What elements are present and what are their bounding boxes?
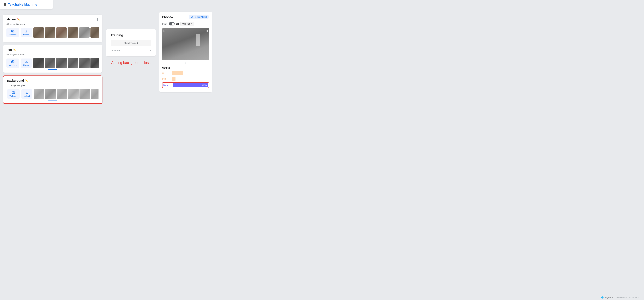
upload-btn-bg[interactable]: Upload bbox=[21, 89, 32, 99]
version-label: release-2-4-5 · 2.4.5#18d7c1 bbox=[616, 296, 640, 299]
thumbnail bbox=[57, 89, 67, 99]
edit-icon-marker[interactable]: ✏️ bbox=[17, 18, 20, 21]
class-actions-pen: Webcam Upload bbox=[6, 58, 99, 68]
footer: 🌐 English ∨ release-2-4-5 · 2.4.5#18d7c1 bbox=[598, 295, 644, 300]
toggle-on-label: ON bbox=[176, 23, 179, 25]
export-model-label: Export Model bbox=[195, 16, 207, 18]
toggle-container: ON bbox=[169, 22, 179, 25]
edit-icon-bg[interactable]: ✏️ bbox=[25, 79, 28, 82]
thumbnail bbox=[45, 89, 56, 99]
output-bar-container-bg: 100% bbox=[173, 83, 208, 87]
chevron-down-icon: ∨ bbox=[149, 49, 151, 52]
language-selector[interactable]: 🌐 English ∨ bbox=[601, 296, 613, 299]
thumbnail bbox=[91, 89, 98, 99]
camera-preview: ⊡ ⊞ bbox=[162, 28, 209, 60]
header: ☰ Teachable Machine bbox=[0, 0, 53, 9]
svg-point-1 bbox=[12, 31, 13, 32]
webcam-label: Webcam bbox=[182, 23, 190, 25]
thumbnail bbox=[68, 27, 78, 38]
svg-rect-6 bbox=[192, 17, 193, 18]
upload-btn-pen[interactable]: Upload bbox=[21, 58, 32, 68]
output-bar-marker bbox=[172, 71, 183, 75]
output-class-name-marker: Marker bbox=[162, 72, 170, 74]
thumbnail bbox=[80, 89, 90, 99]
upload-btn-marker[interactable]: Upload bbox=[21, 28, 32, 37]
svg-rect-0 bbox=[12, 30, 14, 32]
classes-column: Marker ✏️ ⋮ 59 Image Samples Webcam bbox=[3, 12, 102, 104]
class-actions-marker: Webcam Upload bbox=[6, 27, 99, 38]
input-toggle[interactable] bbox=[169, 22, 174, 25]
image-samples-pen bbox=[33, 58, 99, 68]
svg-rect-2 bbox=[12, 61, 14, 63]
class-header-marker: Marker ✏️ ⋮ bbox=[6, 17, 99, 21]
main-container: Marker ✏️ ⋮ 59 Image Samples Webcam bbox=[0, 0, 644, 300]
sample-count-marker: 59 Image Samples bbox=[6, 23, 99, 25]
split-view-icon[interactable]: ⊞ bbox=[206, 29, 208, 32]
thumbnail bbox=[90, 27, 99, 38]
train-button[interactable]: Model Trained bbox=[111, 40, 151, 46]
class-name-bg: Background bbox=[7, 79, 24, 82]
advanced-row[interactable]: Advanced ∨ bbox=[111, 49, 151, 52]
webcam-btn-marker[interactable]: Webcam bbox=[6, 28, 19, 37]
arrow-down-container: ↓ bbox=[162, 61, 209, 65]
output-row-background: Backg... 100% bbox=[162, 82, 209, 88]
more-icon-bg[interactable]: ⋮ bbox=[96, 79, 98, 82]
class-card-marker: Marker ✏️ ⋮ 59 Image Samples Webcam bbox=[3, 15, 102, 42]
crop-icon[interactable]: ⊡ bbox=[163, 29, 166, 32]
webcam-btn-bg[interactable]: Webcam bbox=[7, 89, 20, 99]
output-row-pen: Pen bbox=[162, 77, 209, 81]
annotation-label: Adding background class bbox=[111, 61, 150, 65]
output-bar-pen bbox=[172, 77, 176, 81]
class-name-pen: Pen bbox=[6, 48, 12, 51]
thumbnail bbox=[33, 58, 44, 68]
advanced-label: Advanced bbox=[111, 49, 121, 52]
dropdown-chevron-icon: ∨ bbox=[191, 23, 192, 25]
svg-point-5 bbox=[13, 92, 14, 93]
class-name-marker: Marker bbox=[6, 18, 16, 21]
more-icon-marker[interactable]: ⋮ bbox=[96, 17, 99, 21]
thumbnail bbox=[56, 58, 67, 68]
output-class-name-pen: Pen bbox=[162, 78, 170, 80]
class-card-pen: Pen ✏️ ⋮ 53 Image Samples Webcam bbox=[3, 45, 102, 72]
thumbnail bbox=[79, 58, 90, 68]
sample-count-bg: 55 Image Samples bbox=[7, 84, 98, 87]
thumbnail bbox=[33, 27, 44, 38]
thumbnail bbox=[45, 58, 55, 68]
output-row-marker: Marker bbox=[162, 71, 209, 75]
thumbnail bbox=[68, 89, 78, 99]
thumbnail bbox=[68, 58, 78, 68]
input-row: Input ON Webcam ∨ bbox=[162, 22, 209, 26]
output-bar-pct: 100% bbox=[202, 84, 207, 86]
webcam-btn-pen[interactable]: Webcam bbox=[6, 58, 19, 68]
app-title: Teachable Machine bbox=[8, 3, 37, 6]
toggle-knob bbox=[172, 22, 174, 25]
class-actions-bg: Webcam Upload bbox=[7, 89, 98, 99]
more-icon-pen[interactable]: ⋮ bbox=[96, 48, 99, 51]
output-bar-container-marker bbox=[172, 71, 209, 75]
class-header-bg: Background ✏️ ⋮ bbox=[7, 79, 98, 82]
scroll-indicator-bg bbox=[48, 100, 57, 100]
output-bar-container-pen bbox=[172, 77, 209, 81]
edit-icon-pen[interactable]: ✏️ bbox=[13, 48, 16, 51]
output-bar-bg: 100% bbox=[173, 83, 208, 87]
preview-title: Preview bbox=[162, 15, 173, 19]
scroll-indicator-marker bbox=[48, 39, 57, 39]
preview-header: Preview Export Model bbox=[162, 15, 209, 19]
svg-rect-4 bbox=[12, 92, 14, 93]
thumbnail bbox=[90, 58, 99, 68]
thumbnail bbox=[56, 27, 67, 38]
training-card: Training Model Trained Advanced ∨ bbox=[106, 29, 156, 56]
scroll-indicator-pen bbox=[48, 69, 57, 70]
webcam-dropdown[interactable]: Webcam ∨ bbox=[180, 22, 194, 26]
class-header-pen: Pen ✏️ ⋮ bbox=[6, 48, 99, 51]
image-samples-bg bbox=[34, 89, 98, 99]
arrow-down-icon: ↓ bbox=[185, 61, 186, 65]
preview-column: Preview Export Model Input ON Webcam bbox=[159, 12, 212, 92]
thumbnail bbox=[45, 27, 55, 38]
thumbnail bbox=[79, 27, 90, 38]
image-samples-marker bbox=[33, 27, 99, 38]
training-title: Training bbox=[111, 33, 151, 37]
export-model-button[interactable]: Export Model bbox=[189, 15, 209, 19]
menu-icon[interactable]: ☰ bbox=[4, 3, 6, 6]
svg-point-3 bbox=[12, 61, 13, 62]
